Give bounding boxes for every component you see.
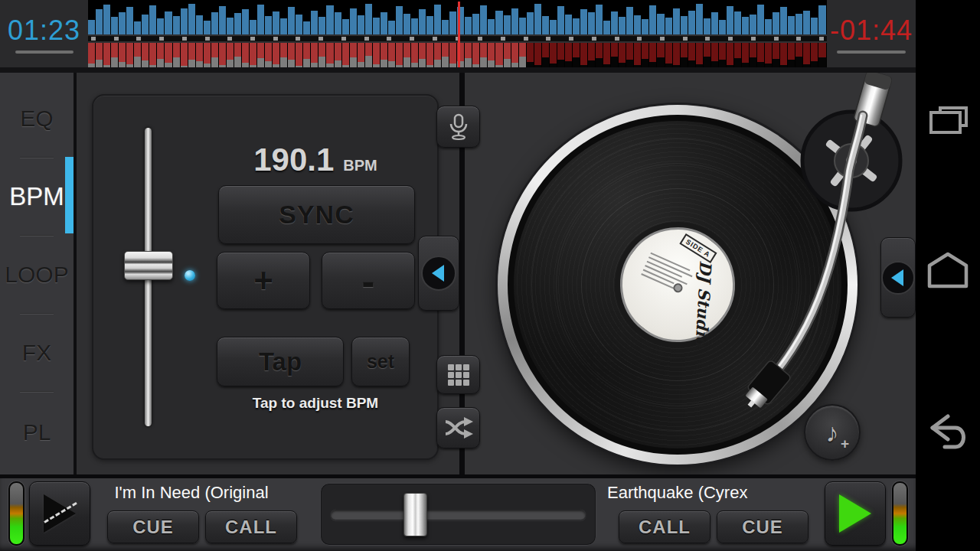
bpm-unit: BPM — [343, 157, 377, 174]
pitch-slider-handle[interactable] — [124, 251, 173, 280]
sampler-pads-button[interactable] — [436, 355, 480, 394]
grid-icon — [448, 364, 469, 386]
home-button[interactable] — [916, 251, 980, 289]
shuffle-button[interactable] — [436, 407, 480, 448]
deck-b-play-button[interactable] — [825, 481, 886, 546]
bpm-plus-button[interactable]: + — [217, 252, 310, 309]
waveform-topbar: 01:23 -01:44 — [0, 0, 916, 73]
play-icon-green — [839, 494, 871, 533]
recent-apps-button[interactable] — [916, 106, 980, 139]
bottom-control-bar: I'm In Need (Original CUE CALL Earthquak… — [0, 474, 916, 551]
turntable-platter: DJ Studio SIDE A — [498, 105, 858, 465]
sidebar-item-loop[interactable]: LOOP — [0, 236, 74, 313]
sidebar-divider — [20, 391, 54, 393]
bpm-minus-button[interactable]: - — [322, 252, 415, 309]
shuffle-icon — [444, 416, 473, 439]
mic-button[interactable] — [436, 106, 480, 148]
set-button[interactable]: set — [351, 337, 410, 386]
deck-a-call-button[interactable]: CALL — [205, 510, 297, 543]
dual-waveform[interactable] — [88, 0, 827, 67]
back-icon — [925, 413, 971, 452]
tap-button[interactable]: Tap — [217, 337, 344, 386]
playhead-line — [458, 2, 460, 67]
deck-a-track-title: I'm In Need (Original — [96, 483, 287, 506]
deck-b-remaining-time: -01:44 — [830, 15, 913, 47]
deck-b-track-title: Earthquake (Cyrex — [607, 483, 829, 506]
deck-b-time-block: -01:44 — [827, 0, 916, 67]
sidebar-item-fx[interactable]: FX — [0, 315, 74, 391]
load-track-button[interactable]: ♪ + — [804, 404, 861, 461]
deck-a-collapse-button[interactable] — [418, 236, 459, 311]
android-nav-bar — [916, 0, 980, 551]
pitch-zero-indicator — [185, 270, 195, 281]
deck-a-cue-button[interactable]: CUE — [107, 510, 199, 543]
sidebar: EQ BPM LOOP FX PL — [0, 73, 77, 478]
bpm-panel: 190.1 BPM SYNC + - Tap set Tap to adjust… — [92, 94, 439, 460]
deck-b-cue-button[interactable]: CUE — [717, 510, 808, 543]
collapse-arrow-icon — [421, 256, 456, 291]
microphone-icon — [448, 113, 469, 141]
deck-a-vu-meter — [8, 481, 24, 546]
recent-apps-icon — [926, 106, 969, 139]
deck-b-turntable-area: DJ Studio SIDE A — [465, 73, 916, 478]
deck-a-panel-area: 190.1 BPM SYNC + - Tap set Tap to adjust… — [77, 73, 459, 478]
bpm-readout: 190.1 BPM — [208, 142, 423, 180]
music-note-icon: ♪ — [826, 418, 839, 448]
tap-hint-text: Tap to adjust BPM — [193, 395, 438, 412]
collapse-arrow-icon — [881, 261, 915, 295]
crossfader-track[interactable] — [330, 509, 586, 520]
sidebar-item-eq[interactable]: EQ — [0, 80, 74, 157]
back-button[interactable] — [916, 413, 980, 452]
plus-icon: + — [841, 435, 849, 452]
sync-button[interactable]: SYNC — [218, 185, 415, 244]
vinyl-label-side: SIDE A — [679, 233, 717, 263]
dj-app-screen: 01:23 -01:44 EQ BPM LOOP FX PL — [0, 0, 980, 551]
crossfader-handle[interactable] — [403, 493, 427, 536]
deck-a-time-block: 01:23 — [0, 0, 88, 67]
vinyl-record[interactable]: DJ Studio SIDE A — [508, 115, 848, 455]
deck-a-elapsed-time: 01:23 — [8, 15, 80, 47]
deck-a-time-underline — [15, 51, 74, 54]
deck-b-vu-meter — [892, 481, 908, 546]
sidebar-item-pl[interactable]: PL — [0, 394, 74, 471]
deck-b-time-underline — [837, 51, 906, 54]
deck-a-play-button[interactable] — [29, 481, 90, 546]
deck-b-call-button[interactable]: CALL — [619, 510, 710, 543]
sidebar-item-bpm[interactable]: BPM — [0, 158, 74, 235]
bpm-value: 190.1 — [253, 142, 334, 178]
deck-b-collapse-button[interactable] — [880, 237, 916, 318]
vinyl-label-tracklist — [640, 253, 694, 297]
home-icon — [926, 251, 970, 289]
crossfader — [320, 483, 596, 546]
